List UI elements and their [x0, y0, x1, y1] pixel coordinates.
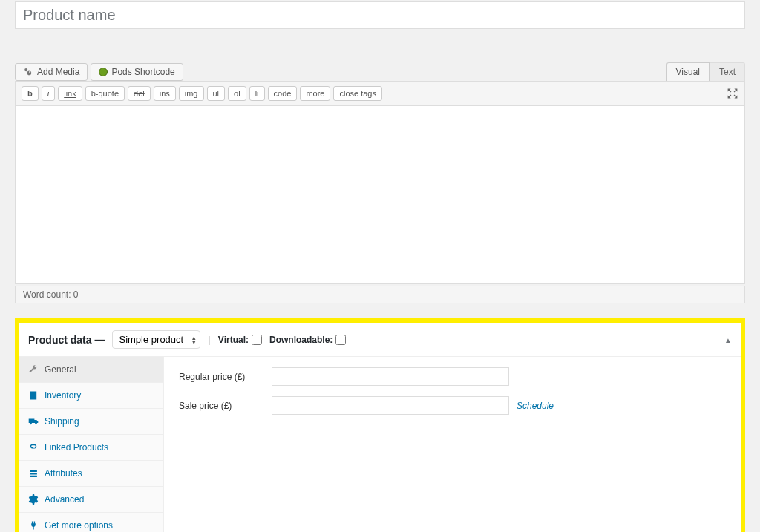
sidebar-tab-more[interactable]: Get more options: [19, 513, 163, 532]
sidebar-tab-attributes[interactable]: Attributes: [19, 461, 163, 487]
product-type-select[interactable]: Simple product: [112, 330, 200, 349]
product-data-panel: Product data — Simple product ▴▾ | Virtu…: [15, 318, 745, 532]
regular-price-input[interactable]: [272, 367, 509, 386]
tool-more[interactable]: more: [300, 86, 330, 101]
add-media-label: Add Media: [37, 67, 79, 77]
sidebar-tab-linked[interactable]: Linked Products: [19, 435, 163, 461]
tool-italic[interactable]: i: [42, 86, 55, 101]
pods-shortcode-label: Pods Shortcode: [111, 67, 174, 77]
sidebar-label: Shipping: [45, 416, 79, 427]
word-count: Word count: 0: [23, 289, 78, 300]
product-title-input[interactable]: [15, 1, 745, 29]
sidebar-tab-general[interactable]: General: [19, 357, 163, 383]
link-icon: [28, 442, 39, 453]
sidebar-tab-shipping[interactable]: Shipping: [19, 409, 163, 435]
add-media-button[interactable]: Add Media: [15, 63, 88, 81]
gear-icon: [28, 494, 39, 505]
tool-ins[interactable]: ins: [154, 86, 176, 101]
content-editor[interactable]: [15, 106, 745, 284]
downloadable-checkbox[interactable]: [335, 335, 346, 345]
schedule-link[interactable]: Schedule: [517, 401, 554, 411]
product-data-title: Product data —: [28, 334, 105, 346]
tool-link[interactable]: link: [58, 86, 82, 101]
clipboard-icon: [28, 390, 39, 401]
sidebar-label: Get more options: [45, 520, 113, 531]
pods-icon: [99, 68, 108, 76]
editor-status-bar: Word count: 0: [15, 286, 745, 303]
sidebar-tab-inventory[interactable]: Inventory: [19, 383, 163, 409]
sidebar-label: Linked Products: [45, 442, 108, 453]
tool-code[interactable]: code: [268, 86, 298, 101]
tool-del[interactable]: del: [128, 86, 151, 101]
plug-icon: [28, 520, 39, 531]
sale-price-label: Sale price (£): [179, 401, 272, 411]
tab-visual[interactable]: Visual: [666, 62, 710, 81]
sidebar-label: Attributes: [45, 468, 82, 479]
wrench-icon: [28, 364, 39, 375]
editor-toolbar: b i link b-quote del ins img ul ol li co…: [15, 81, 745, 106]
tool-close-tags[interactable]: close tags: [333, 86, 382, 101]
tool-li[interactable]: li: [249, 86, 265, 101]
virtual-checkbox-label[interactable]: Virtual:: [218, 335, 262, 345]
svg-point-0: [24, 68, 27, 71]
media-icon: [23, 67, 33, 77]
tool-ul[interactable]: ul: [207, 86, 226, 101]
tool-img[interactable]: img: [179, 86, 204, 101]
tool-bquote[interactable]: b-quote: [85, 86, 125, 101]
truck-icon: [28, 416, 39, 427]
fullscreen-icon[interactable]: [727, 88, 738, 99]
panel-collapse-toggle[interactable]: ▲: [724, 335, 732, 344]
list-icon: [28, 468, 39, 479]
tool-bold[interactable]: b: [22, 86, 39, 101]
sidebar-label: Advanced: [45, 494, 84, 505]
tool-ol[interactable]: ol: [228, 86, 246, 101]
virtual-checkbox[interactable]: [252, 335, 262, 345]
pods-shortcode-button[interactable]: Pods Shortcode: [91, 63, 183, 81]
tab-text[interactable]: Text: [710, 62, 745, 81]
sidebar-tab-advanced[interactable]: Advanced: [19, 487, 163, 513]
regular-price-label: Regular price (£): [179, 372, 272, 382]
sale-price-input[interactable]: [272, 396, 509, 415]
sidebar-label: General: [45, 364, 76, 375]
downloadable-checkbox-label[interactable]: Downloadable:: [269, 335, 346, 345]
sidebar-label: Inventory: [45, 390, 81, 401]
